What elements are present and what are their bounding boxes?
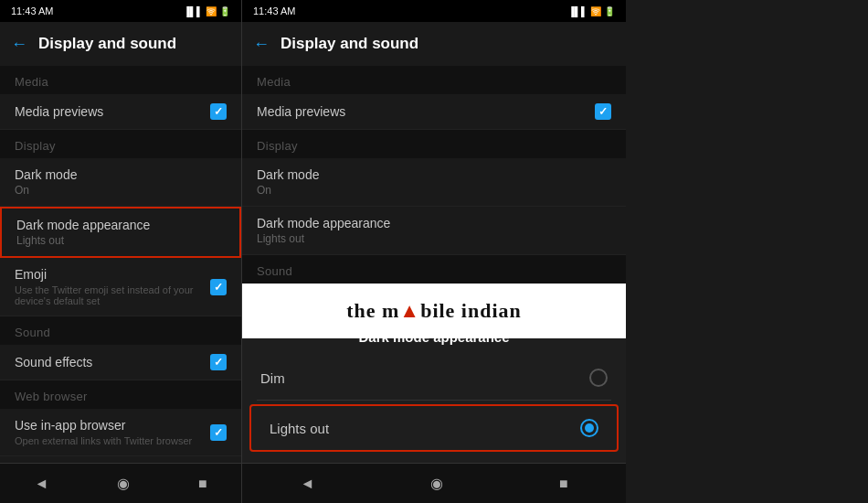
- left-emoji[interactable]: Emoji Use the Twitter emoji set instead …: [0, 258, 241, 316]
- left-dark-mode-appearance-label: Dark mode appearance: [16, 218, 225, 232]
- left-status-bar: 11:43 AM ▐▌▌ 🛜 🔋: [0, 0, 241, 22]
- left-home-nav[interactable]: ◉: [117, 475, 130, 492]
- right-dark-mode-appearance[interactable]: Dark mode appearance Lights out: [242, 207, 626, 255]
- left-square-nav[interactable]: ■: [198, 476, 207, 492]
- left-emoji-sublabel: Use the Twitter emoji set instead of you…: [15, 284, 210, 306]
- wifi-icon: 🛜: [206, 6, 217, 16]
- left-emoji-label: Emoji: [15, 267, 210, 282]
- right-battery-icon: 🔋: [604, 6, 615, 16]
- sheet-option-dim[interactable]: Dim: [242, 356, 626, 400]
- left-media-previews[interactable]: Media previews: [0, 94, 241, 130]
- left-section-webbrowser: Web browser: [0, 380, 241, 409]
- right-top-bar: ← Display and sound: [242, 22, 626, 66]
- sheet-divider: [257, 400, 611, 401]
- right-time: 11:43 AM: [253, 5, 295, 16]
- right-dark-mode-appearance-sublabel: Lights out: [257, 232, 611, 245]
- left-media-previews-label: Media previews: [15, 104, 210, 119]
- left-dark-mode[interactable]: Dark mode On: [0, 158, 241, 207]
- right-page-title: Display and sound: [281, 35, 418, 53]
- left-sound-effects[interactable]: Sound effects: [0, 345, 241, 380]
- right-wifi-icon: 🛜: [590, 6, 601, 16]
- watermark-icon: ▲: [399, 299, 420, 322]
- left-section-display: Display: [0, 130, 241, 158]
- signal-icon: ▐▌▌: [184, 6, 203, 16]
- left-section-media: Media: [0, 66, 241, 94]
- lightsout-radio[interactable]: [580, 419, 598, 437]
- left-time: 11:43 AM: [11, 5, 53, 16]
- watermark: the m▲bile indian: [242, 284, 626, 338]
- left-section-sound: Sound: [0, 316, 241, 345]
- right-square-nav[interactable]: ■: [559, 476, 568, 492]
- left-in-app-browser[interactable]: Use in-app browser Open external links w…: [0, 409, 241, 456]
- left-top-bar: ← Display and sound: [0, 22, 241, 66]
- right-home-nav[interactable]: ◉: [430, 475, 443, 492]
- sheet-option-lightsout[interactable]: Lights out: [249, 404, 619, 452]
- right-dark-mode-appearance-label: Dark mode appearance: [257, 216, 611, 230]
- left-sound-effects-label: Sound effects: [15, 355, 210, 369]
- left-settings-content: Media Media previews Display Dark mode O…: [0, 66, 241, 463]
- right-phone-panel: 11:43 AM ▐▌▌ 🛜 🔋 ← Display and sound Med…: [242, 0, 626, 503]
- left-dark-mode-appearance[interactable]: Dark mode appearance Lights out: [0, 207, 241, 258]
- watermark-text: the m▲bile indian: [346, 299, 522, 323]
- right-media-previews-label: Media previews: [257, 104, 595, 119]
- left-bottom-nav: ◄ ◉ ■: [0, 463, 241, 503]
- left-back-button[interactable]: ←: [11, 35, 27, 54]
- left-media-previews-checkbox[interactable]: [210, 103, 227, 120]
- left-back-nav[interactable]: ◄: [34, 476, 48, 492]
- left-dark-mode-appearance-sublabel: Lights out: [16, 234, 225, 247]
- battery-icon: 🔋: [219, 6, 230, 16]
- right-section-media: Media: [242, 66, 626, 94]
- right-section-display: Display: [242, 130, 626, 158]
- right-media-previews[interactable]: Media previews: [242, 94, 626, 130]
- left-emoji-checkbox[interactable]: [210, 279, 227, 295]
- right-dark-mode-label: Dark mode: [257, 167, 611, 182]
- left-status-icons: ▐▌▌ 🛜 🔋: [184, 6, 230, 16]
- sheet-option-dim-label: Dim: [260, 370, 285, 386]
- right-spacer: [626, 0, 868, 503]
- left-in-app-browser-label: Use in-app browser: [15, 418, 210, 433]
- left-in-app-browser-checkbox[interactable]: [210, 424, 227, 441]
- right-section-sound: Sound: [242, 255, 626, 284]
- right-status-bar: 11:43 AM ▐▌▌ 🛜 🔋: [242, 0, 626, 22]
- left-page-title: Display and sound: [38, 35, 176, 53]
- right-dark-mode-sublabel: On: [257, 184, 611, 197]
- right-back-nav[interactable]: ◄: [300, 476, 314, 492]
- left-in-app-browser-sublabel: Open external links with Twitter browser: [15, 435, 210, 446]
- right-back-button[interactable]: ←: [253, 35, 270, 54]
- right-dark-mode[interactable]: Dark mode On: [242, 158, 626, 207]
- right-status-icons: ▐▌▌ 🛜 🔋: [568, 6, 615, 16]
- right-signal-icon: ▐▌▌: [568, 6, 587, 16]
- sheet-option-lightsout-label: Lights out: [270, 421, 329, 436]
- left-sound-effects-checkbox[interactable]: [210, 354, 227, 370]
- left-dark-mode-label: Dark mode: [15, 167, 227, 182]
- right-bottom-nav: ◄ ◉ ■: [242, 463, 626, 503]
- left-dark-mode-sublabel: On: [15, 184, 227, 197]
- dim-radio[interactable]: [589, 369, 608, 387]
- left-phone-panel: 11:43 AM ▐▌▌ 🛜 🔋 ← Display and sound Med…: [0, 0, 242, 503]
- right-media-previews-checkbox[interactable]: [595, 103, 611, 120]
